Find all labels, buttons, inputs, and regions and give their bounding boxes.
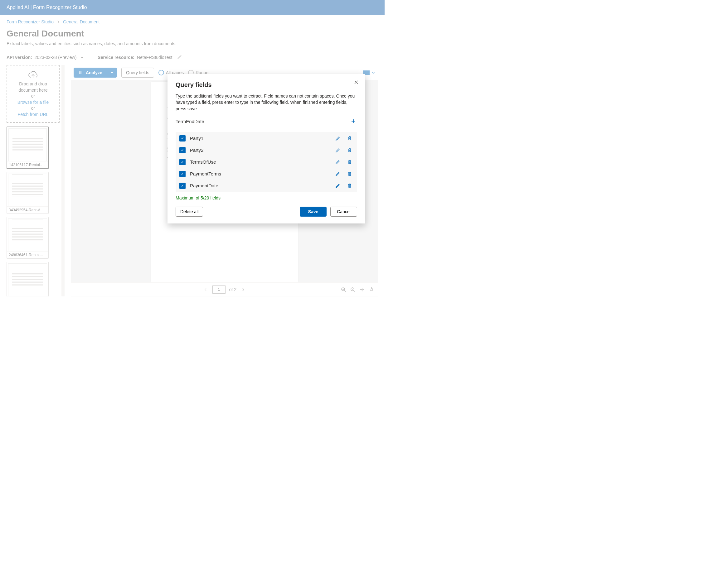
edit-icon[interactable] <box>334 183 342 188</box>
field-name: PaymentTerms <box>190 171 330 177</box>
checkbox[interactable]: ✓ <box>179 171 186 177</box>
delete-all-button[interactable]: Delete all <box>176 207 203 217</box>
field-name: Party2 <box>190 147 330 153</box>
field-row: ✓ Party1 <box>176 132 357 144</box>
checkbox[interactable]: ✓ <box>179 183 186 189</box>
edit-icon[interactable] <box>334 159 342 164</box>
delete-icon[interactable] <box>346 136 353 141</box>
modal-description: Type the additional fields you want to e… <box>176 93 357 112</box>
save-button[interactable]: Save <box>300 207 327 217</box>
checkbox[interactable]: ✓ <box>179 147 186 153</box>
delete-icon[interactable] <box>346 159 353 164</box>
delete-icon[interactable] <box>346 148 353 153</box>
edit-icon[interactable] <box>334 136 342 141</box>
delete-icon[interactable] <box>346 172 353 177</box>
modal-title: Query fields <box>176 81 357 89</box>
field-row: ✓ PaymentDate <box>176 180 357 192</box>
checkbox[interactable]: ✓ <box>179 135 186 141</box>
field-name: PaymentDate <box>190 183 330 188</box>
checkbox[interactable]: ✓ <box>179 159 186 165</box>
delete-icon[interactable] <box>346 183 353 188</box>
field-name: Party1 <box>190 136 330 141</box>
edit-icon[interactable] <box>334 148 342 153</box>
edit-icon[interactable] <box>334 172 342 177</box>
field-name: TermsOfUse <box>190 159 330 164</box>
add-field-icon[interactable] <box>350 119 357 124</box>
query-fields-modal: Query fields Type the additional fields … <box>168 74 365 223</box>
field-row: ✓ PaymentTerms <box>176 168 357 180</box>
field-name-input[interactable] <box>176 119 350 124</box>
field-row: ✓ Party2 <box>176 144 357 156</box>
close-icon[interactable] <box>354 80 358 85</box>
cancel-button[interactable]: Cancel <box>330 207 357 217</box>
field-limit: Maximum of 5/20 fields <box>176 196 357 200</box>
field-row: ✓ TermsOfUse <box>176 156 357 168</box>
fields-list: ✓ Party1 ✓ Party2 ✓ TermsOfUse ✓ Payment… <box>176 132 357 192</box>
